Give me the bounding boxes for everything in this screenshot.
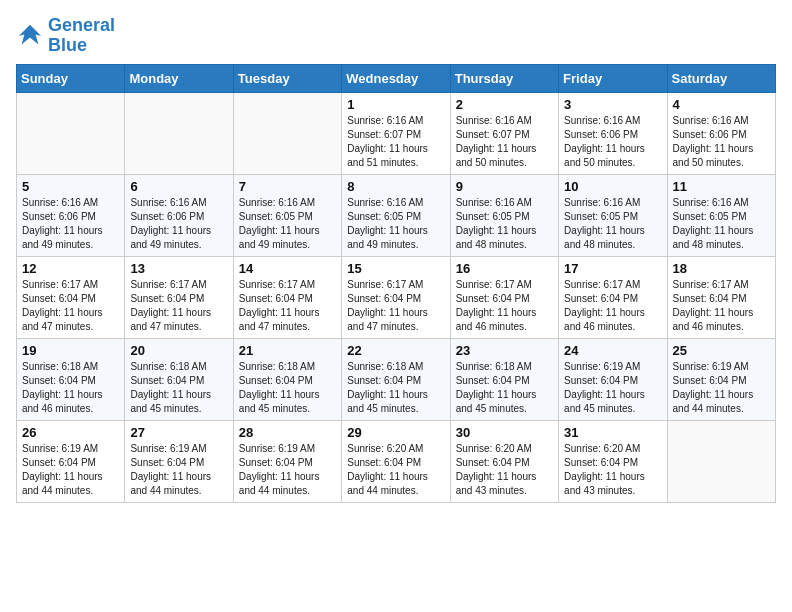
day-info: Sunrise: 6:18 AM Sunset: 6:04 PM Dayligh…: [130, 360, 227, 416]
day-number: 8: [347, 179, 444, 194]
day-number: 3: [564, 97, 661, 112]
day-info: Sunrise: 6:16 AM Sunset: 6:06 PM Dayligh…: [22, 196, 119, 252]
day-info: Sunrise: 6:20 AM Sunset: 6:04 PM Dayligh…: [564, 442, 661, 498]
calendar-cell: [233, 92, 341, 174]
calendar-cell: 6Sunrise: 6:16 AM Sunset: 6:06 PM Daylig…: [125, 174, 233, 256]
day-info: Sunrise: 6:16 AM Sunset: 6:06 PM Dayligh…: [673, 114, 770, 170]
calendar-cell: 28Sunrise: 6:19 AM Sunset: 6:04 PM Dayli…: [233, 420, 341, 502]
calendar-cell: [17, 92, 125, 174]
calendar-cell: 7Sunrise: 6:16 AM Sunset: 6:05 PM Daylig…: [233, 174, 341, 256]
day-number: 22: [347, 343, 444, 358]
day-info: Sunrise: 6:19 AM Sunset: 6:04 PM Dayligh…: [239, 442, 336, 498]
calendar-week-row: 26Sunrise: 6:19 AM Sunset: 6:04 PM Dayli…: [17, 420, 776, 502]
calendar-cell: 12Sunrise: 6:17 AM Sunset: 6:04 PM Dayli…: [17, 256, 125, 338]
calendar-cell: 17Sunrise: 6:17 AM Sunset: 6:04 PM Dayli…: [559, 256, 667, 338]
day-number: 15: [347, 261, 444, 276]
calendar-cell: 25Sunrise: 6:19 AM Sunset: 6:04 PM Dayli…: [667, 338, 775, 420]
calendar-week-row: 1Sunrise: 6:16 AM Sunset: 6:07 PM Daylig…: [17, 92, 776, 174]
calendar-cell: 31Sunrise: 6:20 AM Sunset: 6:04 PM Dayli…: [559, 420, 667, 502]
day-info: Sunrise: 6:17 AM Sunset: 6:04 PM Dayligh…: [673, 278, 770, 334]
calendar-cell: 13Sunrise: 6:17 AM Sunset: 6:04 PM Dayli…: [125, 256, 233, 338]
day-number: 27: [130, 425, 227, 440]
calendar-cell: 4Sunrise: 6:16 AM Sunset: 6:06 PM Daylig…: [667, 92, 775, 174]
day-number: 31: [564, 425, 661, 440]
day-info: Sunrise: 6:16 AM Sunset: 6:06 PM Dayligh…: [130, 196, 227, 252]
day-number: 17: [564, 261, 661, 276]
calendar-cell: 30Sunrise: 6:20 AM Sunset: 6:04 PM Dayli…: [450, 420, 558, 502]
col-header-saturday: Saturday: [667, 64, 775, 92]
day-info: Sunrise: 6:17 AM Sunset: 6:04 PM Dayligh…: [130, 278, 227, 334]
day-info: Sunrise: 6:18 AM Sunset: 6:04 PM Dayligh…: [347, 360, 444, 416]
calendar-cell: 24Sunrise: 6:19 AM Sunset: 6:04 PM Dayli…: [559, 338, 667, 420]
day-info: Sunrise: 6:16 AM Sunset: 6:05 PM Dayligh…: [564, 196, 661, 252]
day-number: 24: [564, 343, 661, 358]
calendar-cell: 16Sunrise: 6:17 AM Sunset: 6:04 PM Dayli…: [450, 256, 558, 338]
calendar-cell: 23Sunrise: 6:18 AM Sunset: 6:04 PM Dayli…: [450, 338, 558, 420]
calendar-cell: 29Sunrise: 6:20 AM Sunset: 6:04 PM Dayli…: [342, 420, 450, 502]
col-header-wednesday: Wednesday: [342, 64, 450, 92]
calendar-cell: 2Sunrise: 6:16 AM Sunset: 6:07 PM Daylig…: [450, 92, 558, 174]
day-info: Sunrise: 6:18 AM Sunset: 6:04 PM Dayligh…: [239, 360, 336, 416]
calendar-cell: 26Sunrise: 6:19 AM Sunset: 6:04 PM Dayli…: [17, 420, 125, 502]
calendar-cell: 14Sunrise: 6:17 AM Sunset: 6:04 PM Dayli…: [233, 256, 341, 338]
day-info: Sunrise: 6:20 AM Sunset: 6:04 PM Dayligh…: [347, 442, 444, 498]
day-info: Sunrise: 6:18 AM Sunset: 6:04 PM Dayligh…: [456, 360, 553, 416]
calendar-cell: 10Sunrise: 6:16 AM Sunset: 6:05 PM Dayli…: [559, 174, 667, 256]
day-info: Sunrise: 6:17 AM Sunset: 6:04 PM Dayligh…: [347, 278, 444, 334]
calendar-cell: 20Sunrise: 6:18 AM Sunset: 6:04 PM Dayli…: [125, 338, 233, 420]
day-number: 28: [239, 425, 336, 440]
day-info: Sunrise: 6:17 AM Sunset: 6:04 PM Dayligh…: [239, 278, 336, 334]
calendar-week-row: 12Sunrise: 6:17 AM Sunset: 6:04 PM Dayli…: [17, 256, 776, 338]
calendar-cell: 18Sunrise: 6:17 AM Sunset: 6:04 PM Dayli…: [667, 256, 775, 338]
day-number: 4: [673, 97, 770, 112]
calendar-cell: 8Sunrise: 6:16 AM Sunset: 6:05 PM Daylig…: [342, 174, 450, 256]
day-info: Sunrise: 6:19 AM Sunset: 6:04 PM Dayligh…: [673, 360, 770, 416]
day-number: 29: [347, 425, 444, 440]
day-number: 14: [239, 261, 336, 276]
calendar-table: SundayMondayTuesdayWednesdayThursdayFrid…: [16, 64, 776, 503]
calendar-cell: 22Sunrise: 6:18 AM Sunset: 6:04 PM Dayli…: [342, 338, 450, 420]
day-info: Sunrise: 6:19 AM Sunset: 6:04 PM Dayligh…: [564, 360, 661, 416]
calendar-cell: 11Sunrise: 6:16 AM Sunset: 6:05 PM Dayli…: [667, 174, 775, 256]
day-number: 9: [456, 179, 553, 194]
col-header-monday: Monday: [125, 64, 233, 92]
day-number: 30: [456, 425, 553, 440]
calendar-week-row: 5Sunrise: 6:16 AM Sunset: 6:06 PM Daylig…: [17, 174, 776, 256]
day-info: Sunrise: 6:16 AM Sunset: 6:06 PM Dayligh…: [564, 114, 661, 170]
day-info: Sunrise: 6:19 AM Sunset: 6:04 PM Dayligh…: [130, 442, 227, 498]
col-header-friday: Friday: [559, 64, 667, 92]
day-number: 11: [673, 179, 770, 194]
calendar-cell: 1Sunrise: 6:16 AM Sunset: 6:07 PM Daylig…: [342, 92, 450, 174]
logo-text: General Blue: [48, 16, 115, 56]
day-number: 6: [130, 179, 227, 194]
col-header-sunday: Sunday: [17, 64, 125, 92]
calendar-cell: 21Sunrise: 6:18 AM Sunset: 6:04 PM Dayli…: [233, 338, 341, 420]
page-header: General Blue: [16, 16, 776, 56]
calendar-cell: 5Sunrise: 6:16 AM Sunset: 6:06 PM Daylig…: [17, 174, 125, 256]
day-info: Sunrise: 6:16 AM Sunset: 6:05 PM Dayligh…: [239, 196, 336, 252]
day-number: 19: [22, 343, 119, 358]
day-number: 20: [130, 343, 227, 358]
col-header-thursday: Thursday: [450, 64, 558, 92]
day-number: 21: [239, 343, 336, 358]
calendar-cell: 9Sunrise: 6:16 AM Sunset: 6:05 PM Daylig…: [450, 174, 558, 256]
day-info: Sunrise: 6:16 AM Sunset: 6:05 PM Dayligh…: [347, 196, 444, 252]
day-number: 10: [564, 179, 661, 194]
day-info: Sunrise: 6:17 AM Sunset: 6:04 PM Dayligh…: [564, 278, 661, 334]
day-number: 23: [456, 343, 553, 358]
calendar-cell: 19Sunrise: 6:18 AM Sunset: 6:04 PM Dayli…: [17, 338, 125, 420]
calendar-cell: [667, 420, 775, 502]
calendar-week-row: 19Sunrise: 6:18 AM Sunset: 6:04 PM Dayli…: [17, 338, 776, 420]
day-info: Sunrise: 6:17 AM Sunset: 6:04 PM Dayligh…: [456, 278, 553, 334]
day-info: Sunrise: 6:16 AM Sunset: 6:05 PM Dayligh…: [673, 196, 770, 252]
calendar-cell: 3Sunrise: 6:16 AM Sunset: 6:06 PM Daylig…: [559, 92, 667, 174]
day-info: Sunrise: 6:20 AM Sunset: 6:04 PM Dayligh…: [456, 442, 553, 498]
day-info: Sunrise: 6:17 AM Sunset: 6:04 PM Dayligh…: [22, 278, 119, 334]
calendar-cell: 15Sunrise: 6:17 AM Sunset: 6:04 PM Dayli…: [342, 256, 450, 338]
calendar-header-row: SundayMondayTuesdayWednesdayThursdayFrid…: [17, 64, 776, 92]
logo: General Blue: [16, 16, 115, 56]
day-number: 5: [22, 179, 119, 194]
day-number: 7: [239, 179, 336, 194]
col-header-tuesday: Tuesday: [233, 64, 341, 92]
day-number: 18: [673, 261, 770, 276]
